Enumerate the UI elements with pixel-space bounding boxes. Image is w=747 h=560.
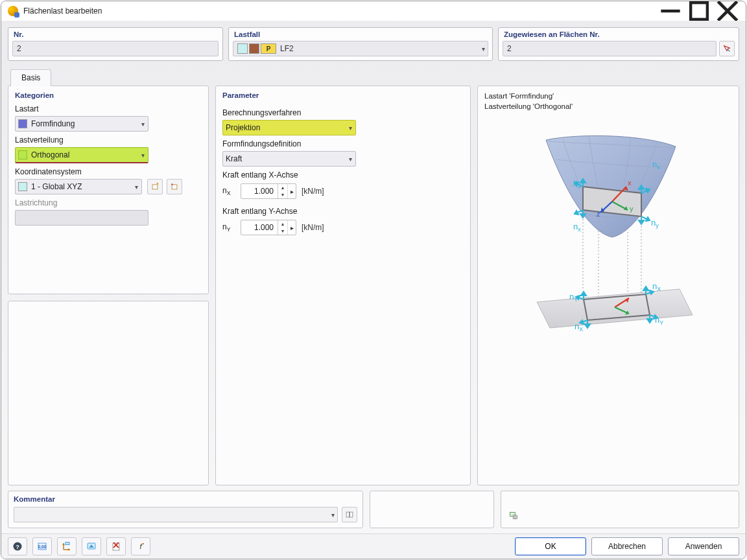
calc-method-label: Berechnungsverfahren (222, 108, 464, 117)
cancel-button[interactable]: Abbrechen (591, 537, 663, 555)
assigned-surfaces-value: 2 (507, 44, 512, 53)
minimize-button[interactable] (656, 1, 685, 21)
categories-title: Kategorien (15, 91, 202, 99)
parameters-title: Parameter (222, 91, 464, 99)
lastart-dropdown[interactable]: Formfindung ▾ (15, 116, 148, 132)
assigned-surfaces-input[interactable]: 2 (503, 41, 717, 56)
app-icon (8, 6, 18, 16)
svg-text:z: z (597, 210, 600, 218)
lastrichtung-label: Lastrichtung (15, 198, 202, 207)
lastart-value: Formfindung (31, 119, 75, 128)
svg-marker-24 (646, 217, 650, 221)
force-y-unit: [kN/m] (302, 223, 324, 232)
force-x-label: Kraft entlang X-Achse (222, 170, 464, 180)
svg-text:f: f (139, 542, 142, 550)
svg-text:0,00: 0,00 (38, 544, 47, 550)
nr-input[interactable]: 2 (12, 41, 219, 56)
formula-button[interactable]: f (131, 537, 150, 555)
nr-label: Nr. (12, 30, 219, 38)
svg-rect-1 (691, 3, 707, 19)
svg-rect-69 (346, 512, 349, 517)
preview-settings-button[interactable] (506, 508, 521, 522)
lastrichtung-dropdown (15, 210, 148, 226)
svg-point-8 (171, 183, 173, 185)
svg-marker-62 (585, 324, 590, 328)
chevron-down-icon: ▾ (331, 511, 335, 519)
svg-text:nx: nx (573, 222, 581, 233)
coord-system-new-button[interactable] (147, 179, 163, 194)
tab-strip: Basis (1, 65, 746, 86)
svg-rect-82 (65, 542, 69, 545)
svg-rect-70 (350, 512, 352, 517)
coord-system-swatch-icon (18, 182, 27, 191)
svg-text:y: y (630, 205, 634, 213)
svg-rect-5 (152, 185, 158, 189)
svg-text:nX: nX (652, 281, 661, 292)
force-x-step[interactable]: ▸ (287, 184, 296, 198)
titlebar: Flächenlast bearbeiten (1, 1, 746, 21)
pick-surfaces-button[interactable] (719, 41, 735, 56)
lastart-swatch-icon (18, 119, 27, 128)
coord-system-label: Koordinatensystem (15, 167, 202, 176)
svg-line-4 (728, 49, 730, 52)
comment-dropdown[interactable]: ▾ (14, 507, 338, 522)
view-button[interactable] (82, 537, 101, 555)
svg-marker-58 (581, 292, 586, 296)
apply-button[interactable]: Anwenden (668, 537, 739, 555)
loadcase-label: Lastfall (233, 30, 488, 38)
comment-panel: Kommentar ▾ (8, 491, 363, 528)
maximize-button[interactable] (685, 1, 713, 21)
lastverteilung-swatch-icon (18, 150, 27, 159)
delete-button[interactable] (106, 537, 126, 555)
svg-point-6 (157, 183, 159, 185)
coord-system-edit-button[interactable] (167, 179, 182, 194)
formfinding-def-label: Formfindungsdefinition (222, 139, 464, 148)
preview-illustration: x y z (484, 115, 732, 478)
footer: ? 0,00 f OK Abbrechen Anwenden (1, 533, 746, 559)
lastverteilung-value: Orthogonal (31, 150, 69, 159)
lastverteilung-dropdown[interactable]: Orthogonal ▾ (15, 147, 148, 163)
chevron-down-icon: ▾ (482, 45, 485, 52)
svg-marker-64 (647, 319, 652, 323)
loadcase-color-swatch-1 (237, 43, 248, 54)
svg-marker-60 (643, 286, 648, 290)
coord-system-dropdown[interactable]: 1 - Global XYZ ▾ (15, 179, 142, 194)
formfinding-def-value: Kraft (226, 154, 242, 163)
close-button[interactable] (713, 1, 742, 21)
svg-marker-43 (537, 289, 693, 328)
svg-marker-80 (68, 548, 70, 551)
aux-panel (370, 491, 494, 528)
chevron-down-icon: ▾ (141, 121, 145, 128)
svg-marker-90 (143, 543, 144, 545)
loadcase-dropdown[interactable]: P LF2 ▾ (233, 41, 488, 56)
force-y-step[interactable]: ▸ (287, 220, 296, 235)
nr-value: 2 (17, 44, 21, 53)
units-button[interactable]: 0,00 (32, 537, 52, 555)
ok-button[interactable]: OK (515, 537, 586, 555)
parameters-panel: Parameter Berechnungsverfahren Projektio… (215, 86, 471, 485)
force-x-input[interactable]: 1.000 ▲▼ ▸ (241, 183, 296, 199)
force-x-spin[interactable]: ▲▼ (278, 184, 287, 198)
chevron-down-icon: ▾ (349, 156, 352, 163)
help-button[interactable]: ? (8, 537, 27, 555)
preview-tools-panel (501, 491, 739, 528)
svg-rect-7 (172, 185, 177, 189)
categories-panel: Kategorien Lastart Formfindung ▾ Lastver… (8, 86, 209, 294)
force-y-value: 1.000 (241, 223, 278, 232)
formfinding-def-dropdown[interactable]: Kraft ▾ (222, 151, 356, 167)
loadcase-group: Lastfall P LF2 ▾ (228, 27, 493, 61)
loadcase-color-swatch-2 (249, 43, 259, 54)
svg-text:nY: nY (569, 292, 578, 303)
assigned-surfaces-label: Zugewiesen an Flächen Nr. (503, 30, 735, 38)
comment-library-button[interactable] (342, 507, 357, 522)
force-y-input[interactable]: 1.000 ▲▼ ▸ (241, 220, 296, 235)
chevron-down-icon: ▾ (141, 152, 145, 159)
tab-basis[interactable]: Basis (10, 69, 51, 86)
force-y-symbol: nY (222, 222, 235, 233)
dialog-window: Flächenlast bearbeiten Nr. 2 Lastfall (1, 1, 746, 559)
svg-text:?: ? (16, 544, 19, 550)
axis-button[interactable] (57, 537, 77, 555)
calc-method-dropdown[interactable]: Projektion ▾ (222, 120, 356, 135)
lastart-label: Lastart (15, 104, 202, 113)
force-y-spin[interactable]: ▲▼ (278, 220, 287, 235)
